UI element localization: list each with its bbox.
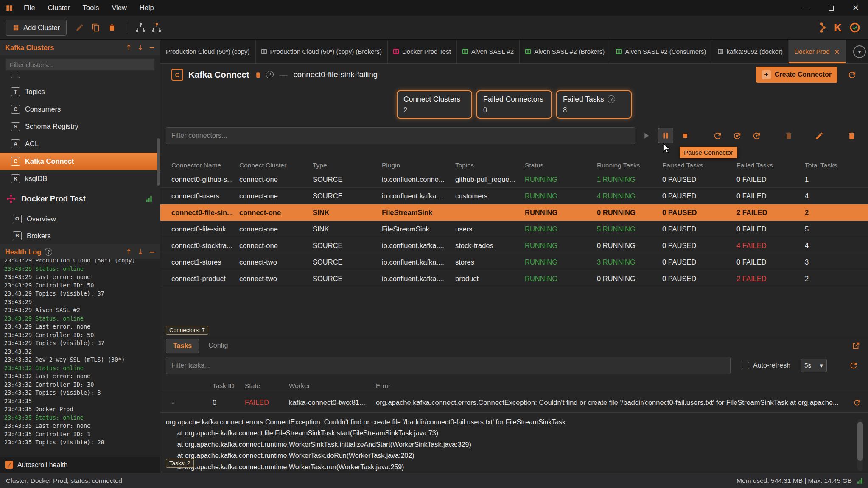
sidebar-item[interactable]: C Consumers	[0, 100, 160, 118]
menu-item[interactable]: Help	[134, 2, 160, 14]
stop-connector-icon[interactable]	[678, 128, 693, 143]
connector-row[interactable]: connect0-github-s... connect-one SOURCE …	[160, 171, 868, 188]
move-cluster-icon[interactable]	[148, 20, 165, 36]
refresh-tasks-icon[interactable]	[846, 358, 861, 373]
scroll-down-icon[interactable]: ↓	[137, 248, 143, 256]
kafka-logo-icon[interactable]	[817, 22, 826, 33]
edit-cluster-icon[interactable]	[72, 20, 88, 36]
menu-item[interactable]: Tools	[77, 2, 105, 14]
sidebar-item-icon: T	[11, 87, 20, 96]
cluster-tab[interactable]: Docker Prod ×	[789, 40, 846, 63]
collapse-panel-icon[interactable]: −	[149, 43, 155, 52]
stat-label: Failed Connectors	[483, 95, 543, 104]
expand-panel-icon[interactable]	[851, 341, 860, 351]
sidebar-cluster-docker-prod-test[interactable]: Docker Prod Test	[0, 187, 160, 210]
cluster-tab[interactable]: Aiven SASL #2 (Brokers)	[520, 40, 610, 63]
scroll-up-icon[interactable]: ↑	[126, 43, 132, 52]
edit-connector-icon[interactable]	[812, 128, 827, 143]
connection-health-icon[interactable]	[849, 22, 860, 33]
maximize-button[interactable]	[819, 0, 843, 16]
sidebar-item[interactable]: A ACL	[0, 135, 160, 153]
create-connector-button[interactable]: + Create Connector	[756, 67, 837, 83]
k-logo-icon[interactable]: K	[834, 22, 842, 34]
page-title: Kafka Connect	[188, 70, 249, 80]
cluster-tab[interactable]: Aiven SASL #2	[457, 40, 520, 63]
restart-all-tasks-icon[interactable]	[729, 128, 745, 143]
resume-connector-icon[interactable]	[638, 128, 654, 143]
sidebar-item[interactable]: K ksqlDB	[0, 170, 160, 187]
cluster-tab[interactable]: Docker Prod Test	[388, 40, 457, 63]
pause-connector-icon[interactable]	[658, 128, 673, 143]
tab-overflow-icon[interactable]: ▾	[853, 45, 866, 58]
cell-connect-cluster: connect-two	[239, 275, 313, 283]
remove-connect-icon[interactable]	[255, 71, 262, 78]
stat-card: Failed Connectors 0	[476, 90, 552, 119]
refresh-connectors-icon[interactable]	[844, 67, 860, 82]
filter-tasks-input[interactable]	[166, 357, 731, 374]
sidebar-item[interactable]: O Overview	[0, 210, 160, 227]
connector-row[interactable]: connect1-stores connect-two SOURCE io.co…	[160, 254, 868, 270]
auto-refresh-checkbox[interactable]	[742, 362, 749, 369]
menu-item[interactable]: View	[106, 2, 132, 14]
stat-label-row: Failed Tasks ?	[563, 95, 625, 104]
cell-type: SOURCE	[313, 176, 382, 184]
collapse-panel-icon[interactable]: −	[149, 248, 155, 256]
delete-topics-icon[interactable]	[781, 128, 796, 143]
delete-cluster-icon[interactable]	[104, 20, 120, 36]
scroll-up-icon[interactable]: ↑	[126, 248, 132, 256]
sidebar-item[interactable]: C Kafka Connect	[0, 153, 160, 170]
scroll-down-icon[interactable]: ↓	[137, 43, 143, 52]
sidebar-scrollbar-thumb[interactable]	[157, 138, 160, 186]
copy-cluster-icon[interactable]	[88, 20, 104, 36]
stat-help-icon[interactable]: ?	[608, 95, 615, 103]
filter-connectors-input[interactable]	[166, 127, 635, 144]
tasks-table-body: - 0 FAILED kafka-connect0-two:81... org.…	[160, 393, 868, 413]
sidebar-item[interactable]: S Schema Registry	[0, 118, 160, 135]
panel-tab[interactable]: Tasks	[166, 339, 199, 353]
connector-row[interactable]: connect1-product connect-two SOURCE io.c…	[160, 270, 868, 287]
filter-clusters-input[interactable]	[5, 58, 155, 71]
add-cluster-button[interactable]: Add Cluster	[6, 20, 67, 36]
health-log-help-icon[interactable]: ?	[45, 248, 52, 256]
column-header: Running Tasks	[597, 162, 662, 169]
cluster-name: Docker Prod Test	[21, 194, 86, 204]
autoscroll-checkbox[interactable]: ✓	[5, 461, 13, 469]
restart-task-icon[interactable]	[853, 399, 861, 407]
clone-cluster-icon[interactable]	[132, 20, 148, 36]
stats-row: Connect Clusters 2 Failed Connectors 0 F…	[160, 86, 868, 123]
connector-row[interactable]: connect0-stocktra... connect-one SOURCE …	[160, 237, 868, 254]
cluster-tab[interactable]: Production Cloud (50*) (copy) (Brokers)	[256, 40, 388, 63]
cluster-tab[interactable]: Production Cloud (50*) (copy)	[160, 40, 256, 63]
connector-row[interactable]: connect0-file-sin... connect-one SINK Fi…	[160, 204, 868, 221]
close-button[interactable]: ×	[843, 0, 868, 16]
panel-tab[interactable]: Config	[202, 339, 235, 353]
stack-trace-scrollbar[interactable]	[857, 419, 863, 471]
delete-connector-icon[interactable]	[844, 128, 859, 143]
cell-expander[interactable]: -	[166, 399, 213, 407]
connect-help-icon[interactable]: ?	[266, 71, 274, 78]
restart-failed-tasks-icon[interactable]	[749, 128, 764, 143]
menu-item[interactable]: Cluster	[42, 2, 76, 14]
menu-item[interactable]: File	[18, 2, 41, 14]
cell-running-tasks: 4 RUNNING	[597, 192, 662, 200]
restart-connector-icon[interactable]	[710, 128, 725, 143]
refresh-interval-select[interactable]: 5s ▾	[801, 359, 827, 372]
sidebar-item[interactable]: T Topics	[0, 83, 160, 100]
sidebar-item[interactable]: B Brokers	[0, 227, 160, 244]
connector-row[interactable]: connect0-users connect-one SOURCE io.con…	[160, 188, 868, 204]
minimize-button[interactable]	[794, 0, 819, 16]
cluster-tree: T Topics C Consumers S Schema Registry A…	[0, 83, 160, 187]
cell-connector-name: connect0-stocktra...	[160, 242, 239, 250]
column-header: State	[245, 382, 289, 390]
cluster-tab-icon	[261, 49, 267, 54]
connector-row[interactable]: connect0-file-sink connect-one SINK File…	[160, 221, 868, 237]
column-header: Task ID	[213, 382, 245, 390]
cell-status: RUNNING	[525, 242, 597, 250]
cluster-tab[interactable]: Aiven SASL #2 (Consumers)	[610, 40, 712, 63]
cluster-tab[interactable]: kafka:9092 (docker)	[712, 40, 789, 63]
task-row[interactable]: - 0 FAILED kafka-connect0-two:81... org.…	[160, 393, 868, 413]
stack-trace-line: at org.apache.kafka.connect.runtime.Work…	[166, 450, 849, 462]
stack-trace-scrollbar-thumb[interactable]	[857, 422, 863, 461]
close-tab-icon[interactable]: ×	[834, 47, 840, 56]
health-log-line: 23:43:35	[4, 397, 156, 406]
